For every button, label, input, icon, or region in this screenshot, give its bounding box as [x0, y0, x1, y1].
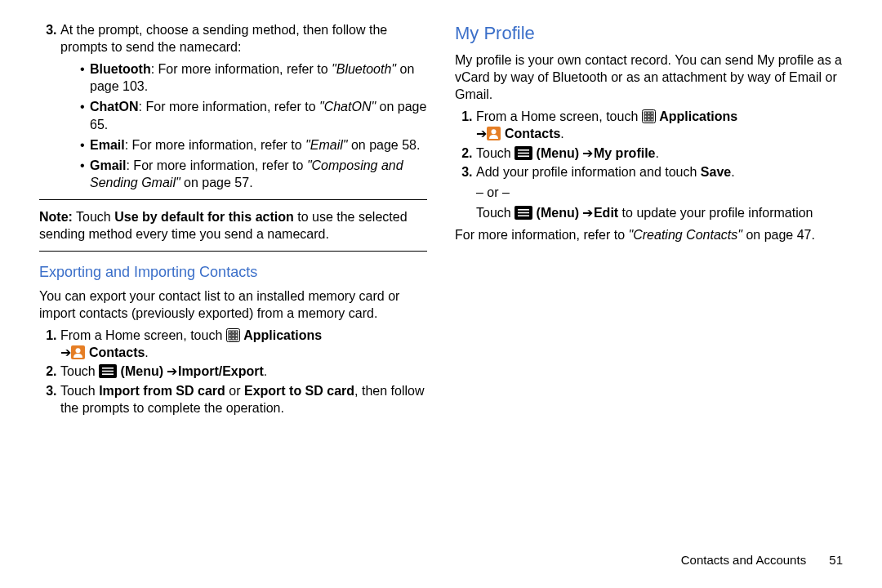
divider	[39, 251, 427, 252]
divider	[39, 199, 427, 200]
manual-page: At the prompt, choose a sending method, …	[0, 0, 882, 588]
profile-step-2: Touch (Menu) ➔ My profile.	[476, 145, 843, 162]
step3-bullets: Bluetooth: For more information, refer t…	[60, 60, 427, 191]
arrow-right-icon: ➔	[582, 206, 593, 220]
contacts-icon	[487, 127, 501, 140]
bullet-email: Email: For more information, refer to "E…	[80, 136, 427, 154]
profile-step-3: Add your profile information and touch S…	[476, 163, 843, 221]
arrow-right-icon: ➔	[167, 364, 177, 378]
footer-section: Contacts and Accounts	[681, 553, 806, 567]
page-footer: Contacts and Accounts 51	[681, 553, 843, 567]
export-step-2: Touch (Menu) ➔ Import/Export.	[60, 363, 427, 380]
heading-export-import: Exporting and Importing Contacts	[39, 263, 427, 283]
contacts-icon	[71, 345, 85, 359]
or-separator: – or –	[476, 184, 843, 201]
arrow-right-icon: ➔	[476, 127, 487, 140]
bullet-gmail: Gmail: For more information, refer to "C…	[80, 157, 427, 191]
footer-page-number: 51	[829, 553, 843, 567]
my-profile-intro: My profile is your own contact record. Y…	[455, 51, 843, 103]
bullet-chaton: ChatON: For more information, refer to "…	[80, 98, 427, 132]
export-step-1: From a Home screen, touch Applications ➔…	[60, 327, 427, 361]
left-column: At the prompt, choose a sending method, …	[39, 21, 427, 418]
step3-intro: At the prompt, choose a sending method, …	[60, 23, 387, 54]
export-step-3: Touch Import from SD card or Export to S…	[60, 382, 427, 416]
menu-icon	[514, 146, 532, 160]
arrow-right-icon: ➔	[60, 345, 71, 359]
heading-my-profile: My Profile	[455, 21, 843, 45]
right-column: My Profile My profile is your own contac…	[455, 21, 843, 418]
applications-icon	[642, 109, 656, 123]
bullet-bluetooth: Bluetooth: For more information, refer t…	[80, 60, 427, 95]
profile-more-info: For more information, refer to "Creating…	[455, 226, 843, 243]
applications-icon	[226, 328, 240, 342]
menu-icon	[99, 364, 117, 378]
export-intro: You can export your contact list to an i…	[39, 287, 427, 322]
arrow-right-icon: ➔	[582, 146, 593, 160]
note-block: Note: Touch Use by default for this acti…	[39, 208, 427, 243]
profile-step-1: From a Home screen, touch Applications ➔…	[476, 108, 843, 142]
left-step3: At the prompt, choose a sending method, …	[60, 21, 427, 191]
menu-icon	[514, 206, 532, 220]
